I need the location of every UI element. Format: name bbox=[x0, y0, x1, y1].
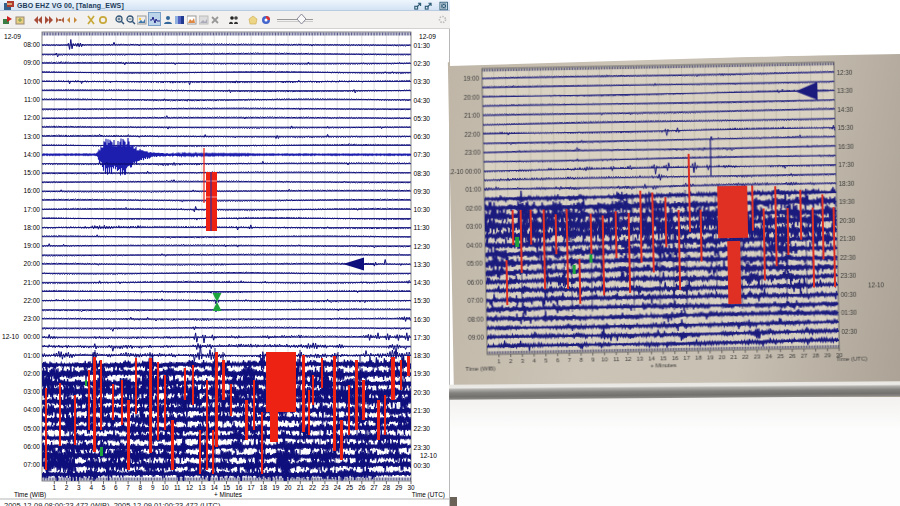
svg-text:21:00: 21:00 bbox=[464, 112, 480, 119]
svg-text:04:00: 04:00 bbox=[466, 241, 482, 248]
svg-text:10: 10 bbox=[161, 484, 169, 491]
svg-text:22: 22 bbox=[309, 484, 317, 491]
svg-text:+ Minutes: + Minutes bbox=[650, 362, 676, 368]
svg-text:22:00: 22:00 bbox=[23, 297, 40, 304]
svg-text:12-10: 12-10 bbox=[420, 452, 437, 459]
svg-text:00:00: 00:00 bbox=[23, 333, 40, 340]
svg-text:20:30: 20:30 bbox=[839, 217, 855, 224]
svg-text:23:30: 23:30 bbox=[414, 444, 431, 451]
svg-text:9: 9 bbox=[151, 484, 155, 491]
svg-text:13:30: 13:30 bbox=[414, 261, 431, 268]
svg-text:09:30: 09:30 bbox=[414, 188, 431, 195]
svg-text:04:30: 04:30 bbox=[414, 97, 431, 104]
svg-text:23:00: 23:00 bbox=[465, 149, 481, 156]
svg-text:11: 11 bbox=[613, 356, 620, 362]
svg-text:Time (WIB): Time (WIB) bbox=[14, 491, 46, 499]
svg-text:10:30: 10:30 bbox=[414, 206, 431, 213]
svg-text:15:30: 15:30 bbox=[838, 124, 854, 131]
svg-text:24: 24 bbox=[766, 353, 773, 359]
svg-text:1: 1 bbox=[497, 358, 501, 364]
svg-text:08:30: 08:30 bbox=[414, 170, 431, 177]
svg-text:05:00: 05:00 bbox=[467, 260, 483, 267]
svg-text:06:00: 06:00 bbox=[467, 278, 483, 285]
svg-text:09:00: 09:00 bbox=[468, 334, 484, 341]
svg-text:20: 20 bbox=[284, 484, 292, 491]
svg-text:17: 17 bbox=[683, 355, 690, 361]
svg-text:20:00: 20:00 bbox=[464, 93, 480, 100]
svg-text:17:30: 17:30 bbox=[838, 161, 854, 168]
svg-text:7: 7 bbox=[126, 484, 130, 491]
svg-text:12: 12 bbox=[625, 356, 632, 362]
svg-text:22:00: 22:00 bbox=[464, 130, 480, 137]
svg-text:23:30: 23:30 bbox=[840, 272, 856, 279]
svg-text:21:30: 21:30 bbox=[414, 407, 431, 414]
svg-text:01:00: 01:00 bbox=[465, 186, 481, 193]
svg-text:19:30: 19:30 bbox=[414, 370, 431, 377]
svg-text:18: 18 bbox=[260, 484, 268, 491]
svg-text:24: 24 bbox=[334, 484, 342, 491]
svg-text:19:00: 19:00 bbox=[23, 242, 40, 249]
svg-text:8: 8 bbox=[579, 357, 583, 363]
svg-text:Time (UTC): Time (UTC) bbox=[836, 356, 867, 363]
svg-text:6: 6 bbox=[114, 484, 118, 491]
svg-text:17:00: 17:00 bbox=[23, 206, 40, 213]
svg-text:6: 6 bbox=[556, 357, 560, 363]
svg-text:5: 5 bbox=[102, 484, 106, 491]
svg-text:14:00: 14:00 bbox=[23, 151, 40, 158]
svg-text:14:30: 14:30 bbox=[837, 106, 853, 113]
svg-text:22: 22 bbox=[742, 354, 749, 360]
svg-text:17:30: 17:30 bbox=[414, 334, 431, 341]
svg-text:21:00: 21:00 bbox=[23, 279, 40, 286]
svg-text:25: 25 bbox=[777, 353, 784, 359]
svg-text:29: 29 bbox=[395, 484, 403, 491]
svg-text:+ Minutes: + Minutes bbox=[214, 491, 242, 498]
svg-text:11:30: 11:30 bbox=[414, 224, 430, 231]
svg-text:15:30: 15:30 bbox=[414, 297, 431, 304]
svg-text:16:30: 16:30 bbox=[414, 316, 431, 323]
svg-text:3: 3 bbox=[77, 484, 81, 491]
svg-text:Time (UTC): Time (UTC) bbox=[412, 491, 445, 499]
svg-text:12:00: 12:00 bbox=[23, 114, 40, 121]
svg-text:10: 10 bbox=[601, 356, 608, 362]
svg-text:00:30: 00:30 bbox=[414, 462, 431, 469]
svg-text:02:30: 02:30 bbox=[414, 60, 431, 67]
svg-text:12: 12 bbox=[186, 484, 194, 491]
svg-text:03:30: 03:30 bbox=[414, 78, 431, 85]
svg-text:26: 26 bbox=[358, 484, 366, 491]
svg-text:03:00: 03:00 bbox=[23, 388, 40, 395]
svg-text:12-09: 12-09 bbox=[4, 33, 21, 40]
svg-text:4: 4 bbox=[533, 358, 537, 364]
svg-text:21:30: 21:30 bbox=[840, 235, 856, 242]
svg-text:13: 13 bbox=[198, 484, 206, 491]
svg-text:18:30: 18:30 bbox=[839, 180, 855, 187]
svg-text:04:00: 04:00 bbox=[23, 406, 40, 413]
svg-text:15:00: 15:00 bbox=[23, 169, 40, 176]
svg-text:00:30: 00:30 bbox=[841, 291, 857, 298]
svg-text:22:30: 22:30 bbox=[414, 425, 431, 432]
svg-text:11: 11 bbox=[174, 484, 181, 491]
svg-text:1: 1 bbox=[53, 484, 57, 491]
svg-text:4: 4 bbox=[89, 484, 93, 491]
svg-text:02:00: 02:00 bbox=[23, 370, 40, 377]
svg-text:07:00: 07:00 bbox=[23, 461, 40, 468]
svg-text:16: 16 bbox=[672, 355, 679, 361]
svg-text:9: 9 bbox=[591, 357, 595, 363]
svg-text:21: 21 bbox=[297, 484, 305, 491]
svg-text:12-10: 12-10 bbox=[868, 281, 885, 288]
svg-text:08:00: 08:00 bbox=[468, 315, 484, 322]
svg-text:06:00: 06:00 bbox=[23, 443, 40, 450]
svg-text:12-09: 12-09 bbox=[419, 33, 436, 40]
svg-text:7: 7 bbox=[568, 357, 572, 363]
svg-text:3: 3 bbox=[521, 358, 525, 364]
svg-text:20: 20 bbox=[719, 354, 726, 360]
svg-text:18: 18 bbox=[695, 355, 702, 361]
svg-text:07:30: 07:30 bbox=[414, 151, 431, 158]
svg-text:05:00: 05:00 bbox=[23, 425, 40, 432]
svg-text:Time (WIB): Time (WIB) bbox=[465, 365, 495, 372]
svg-text:14: 14 bbox=[648, 355, 655, 361]
svg-text:06:30: 06:30 bbox=[414, 133, 431, 140]
svg-text:27: 27 bbox=[371, 484, 379, 491]
svg-text:12-10: 12-10 bbox=[2, 333, 19, 340]
svg-text:26: 26 bbox=[789, 353, 796, 359]
svg-text:12-10 00:00: 12-10 00:00 bbox=[448, 167, 482, 175]
